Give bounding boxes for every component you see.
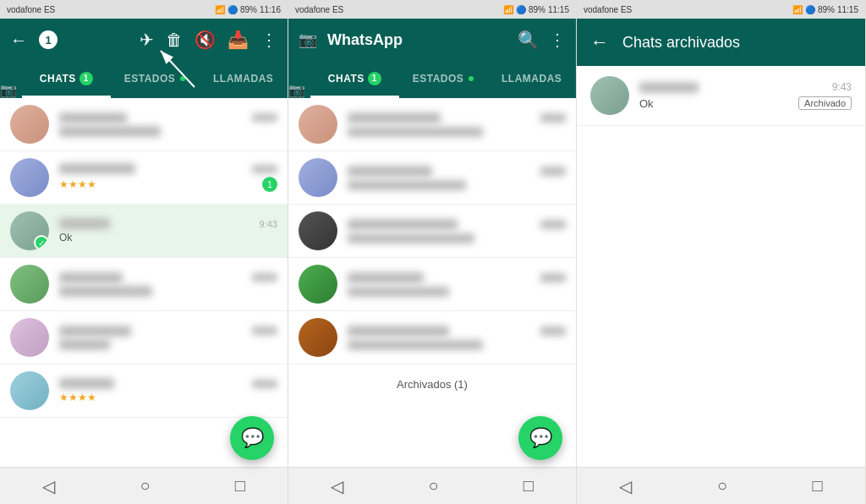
list-item[interactable] [288, 151, 576, 205]
chat-time [252, 380, 277, 388]
chat-name [59, 163, 135, 174]
chat-name [59, 218, 110, 229]
bluetooth-icon-3: 🔵 [805, 5, 815, 14]
archived-footer[interactable]: Archivados (1) [288, 364, 576, 404]
avatar [299, 105, 337, 144]
estados-dot-2 [469, 76, 474, 81]
status-bar-2: vodafone ES 📶 🔵 89% 11:15 [288, 0, 576, 19]
tab-chats-2[interactable]: CHATS 1 [310, 61, 399, 98]
panel3: vodafone ES 📶 🔵 89% 11:15 ← Chats archiv… [577, 0, 865, 504]
chat-preview [348, 180, 466, 190]
forward-icon[interactable]: ✈ [140, 30, 154, 50]
star-rating: ★★★★ [59, 178, 96, 190]
delete-icon[interactable]: 🗑 [166, 30, 183, 50]
chat-list-2: Archivados (1) [288, 98, 576, 467]
compose-fab-2[interactable]: 💬 [518, 416, 562, 460]
nav-recents-1[interactable]: □ [235, 476, 245, 496]
more-icon[interactable]: ⋮ [260, 30, 277, 50]
nav-home-1[interactable]: ○ [140, 476, 150, 496]
chats-badge-1: 1 [79, 72, 93, 85]
chat-name [348, 326, 449, 337]
mute-icon[interactable]: 🔇 [195, 30, 216, 50]
tab-llamadas-2[interactable]: LLAMADAS [487, 61, 576, 98]
search-icon-2[interactable]: 🔍 [518, 30, 539, 50]
selected-count: 1 [39, 30, 58, 49]
chat-name [348, 272, 424, 283]
chat-preview [348, 233, 474, 244]
chat-preview [348, 340, 483, 350]
list-item[interactable] [0, 311, 288, 364]
tab-llamadas-1[interactable]: LLAMADAS [199, 61, 288, 98]
compose-fab-1[interactable]: 💬 [230, 416, 274, 460]
tab-estados-label-2: ESTADOS [413, 73, 464, 85]
selected-check: ✓ [34, 235, 49, 250]
nav-home-3[interactable]: ○ [717, 476, 727, 496]
signal-icon-3: 📶 [792, 5, 803, 14]
camera-icon-2[interactable]: 📷 [299, 30, 317, 49]
list-item[interactable] [0, 98, 288, 151]
tab-estados-label-1: ESTADOS [124, 73, 176, 85]
status-bar-1: vodafone ES 📶 🔵 89% 11:16 [0, 0, 288, 19]
chat-list-1: ★★★★ 1 ✓ 9:43 Ok [0, 98, 288, 467]
archive-icon[interactable]: 📥 [227, 30, 249, 50]
nav-recents-2[interactable]: □ [523, 476, 534, 496]
chat-time [252, 273, 277, 282]
chat-preview [59, 286, 152, 297]
avatar [299, 265, 337, 304]
list-item[interactable]: 9:43 Ok Archivado [577, 66, 865, 126]
list-item[interactable] [0, 258, 288, 311]
carrier-1: vodafone ES [7, 5, 55, 14]
chat-time [540, 326, 566, 336]
list-item[interactable]: ✓ 9:43 Ok [0, 205, 288, 258]
tab-llamadas-label-1: LLAMADAS [213, 73, 273, 85]
more-icon-2[interactable]: ⋮ [549, 30, 566, 50]
avatar [10, 158, 49, 197]
chat-preview [348, 287, 449, 297]
list-item[interactable] [288, 205, 576, 258]
chat-name [59, 272, 123, 283]
nav-back-1[interactable]: ◁ [42, 476, 55, 496]
camera-tab-icon-2[interactable]: 📷 [288, 82, 305, 98]
chat-name [59, 378, 114, 389]
chat-time [540, 220, 566, 229]
camera-tab-icon[interactable]: 📷 [0, 82, 17, 98]
avatar [299, 211, 337, 250]
signal-icon: 📶 [215, 5, 225, 14]
app-title-2: WhatsApp [327, 31, 403, 49]
toolbar-2: 📷 WhatsApp 🔍 ⋮ [288, 19, 576, 61]
nav-back-2[interactable]: ◁ [331, 476, 343, 496]
tab-estados-1[interactable]: ESTADOS [111, 61, 200, 98]
back-arrow-3[interactable]: ← [590, 31, 609, 53]
unread-badge: 1 [262, 177, 277, 192]
archived-screen-title: Chats archivados [622, 34, 740, 52]
archived-chat-name [639, 82, 699, 93]
list-item[interactable] [288, 98, 576, 151]
carrier-2: vodafone ES [295, 5, 343, 14]
battery-2: 89% [529, 5, 545, 14]
tab-estados-2[interactable]: ESTADOS [399, 61, 488, 98]
nav-home-2[interactable]: ○ [428, 476, 438, 496]
battery-1: 89% [240, 5, 257, 14]
archived-badge: Archivado [798, 96, 852, 110]
avatar [299, 158, 337, 197]
time-1: 11:16 [260, 5, 281, 14]
tab-chats-label-2: CHATS [328, 73, 364, 85]
bottom-nav-2: ◁ ○ □ [288, 467, 576, 504]
list-item[interactable]: ★★★★ 1 [0, 151, 288, 205]
chat-time [252, 165, 277, 173]
tab-chats-1[interactable]: CHATS 1 [22, 61, 111, 98]
back-icon[interactable]: ← [10, 30, 27, 50]
selected-toolbar: ← 1 ✈ 🗑 🔇 📥 ⋮ [0, 19, 288, 61]
chat-preview [59, 126, 161, 137]
list-item[interactable] [288, 311, 576, 364]
archived-label: Archivados (1) [397, 378, 468, 391]
chats-badge-2: 1 [368, 72, 381, 85]
chat-name [348, 112, 441, 123]
nav-back-3[interactable]: ◁ [619, 476, 632, 496]
status-bar-3: vodafone ES 📶 🔵 89% 11:15 [577, 0, 865, 19]
nav-recents-3[interactable]: □ [813, 476, 823, 496]
chat-time [540, 167, 566, 176]
chat-time [252, 113, 277, 122]
list-item[interactable] [288, 258, 576, 311]
list-item[interactable]: ★★★★ [0, 364, 288, 418]
